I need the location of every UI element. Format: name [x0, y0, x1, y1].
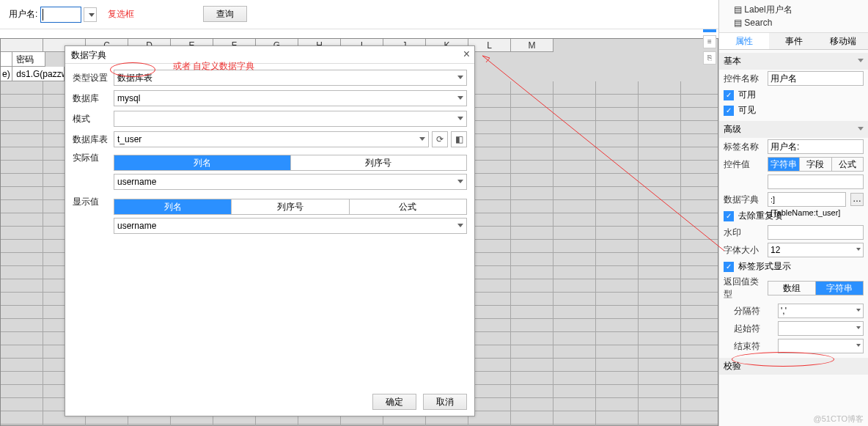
disp-label: 显示值: [73, 196, 114, 208]
checkbox-tagform[interactable]: ✓: [724, 262, 734, 272]
ret-label: 返回值类型: [724, 276, 763, 301]
visible-label: 可见: [738, 104, 756, 117]
ctrl-val-input[interactable]: [768, 175, 864, 189]
side-icon-4[interactable]: ⎘: [703, 51, 716, 65]
tree-item-search[interactable]: ▤ Search: [724, 16, 864, 29]
tag-name-label: 标签名称: [724, 141, 763, 153]
enable-label: 可用: [738, 89, 756, 101]
tab-events[interactable]: 事件: [769, 33, 819, 49]
db-select[interactable]: mysql: [114, 90, 467, 106]
dedup-label: 去除重复项: [738, 210, 782, 222]
tab-disp-colidx[interactable]: 列序号: [232, 199, 349, 214]
tag-name-input[interactable]: 用户名:: [768, 139, 864, 154]
real-value-select[interactable]: username: [114, 174, 467, 190]
seg-array[interactable]: 数组: [768, 282, 816, 295]
cell-r1c0: e): [1, 67, 12, 81]
tab-disp-formula[interactable]: 公式: [350, 199, 466, 214]
ctrl-name-label: 控件名称: [724, 73, 763, 85]
ctrl-name-input[interactable]: 用户名: [768, 71, 864, 86]
start-select[interactable]: [778, 321, 864, 336]
tagform-label: 标签形式显示: [738, 260, 791, 273]
query-button[interactable]: 查询: [203, 6, 247, 22]
tab-real-colidx[interactable]: 列序号: [291, 155, 467, 170]
mode-label: 模式: [73, 113, 114, 125]
username-input[interactable]: [40, 7, 81, 23]
tree-item-label[interactable]: ▤ Label用户名: [724, 3, 864, 16]
fontsize-label: 字体大小: [724, 244, 763, 257]
seg-string[interactable]: 字符串: [768, 158, 800, 171]
sep-select[interactable]: ',': [778, 304, 864, 318]
dict-browse-button[interactable]: …: [850, 193, 864, 206]
refresh-icon[interactable]: ⟳: [432, 131, 448, 147]
real-label: 实际值: [73, 152, 114, 164]
property-panel: ☐ ▾ ≡ ⎘ ▤ Label用户名 ▤ Search 属性 事件 移动端 基本…: [718, 0, 868, 426]
fontsize-select[interactable]: 12: [768, 243, 864, 257]
section-advanced[interactable]: 高级: [719, 121, 868, 138]
annotation-text: 或者 自定义数据字典: [173, 60, 254, 73]
tab-disp-colname[interactable]: 列名: [114, 199, 232, 214]
combo-dropdown[interactable]: [84, 7, 97, 22]
disp-value-select[interactable]: username: [114, 218, 467, 234]
close-icon[interactable]: ×: [463, 48, 470, 61]
side-icon-3[interactable]: ≡: [703, 35, 716, 48]
dict-input[interactable]: :][TableName:t_user]: [768, 192, 846, 207]
watermark-text: @51CTO博客: [814, 414, 864, 425]
type-label: 类型设置: [73, 72, 114, 84]
section-basic[interactable]: 基本: [719, 53, 868, 70]
tab-properties[interactable]: 属性: [719, 33, 769, 49]
type-select[interactable]: 数据库表: [114, 70, 467, 86]
seg-string2[interactable]: 字符串: [816, 282, 863, 295]
sep-label: 分隔符: [734, 305, 773, 317]
end-select[interactable]: [778, 339, 864, 353]
checkbox-dedup[interactable]: ✓: [724, 211, 734, 221]
checkbox-annot: 复选框: [108, 9, 134, 19]
col-header[interactable]: [1, 39, 43, 52]
db-label: 数据库: [73, 92, 114, 105]
cell-header-1: 密码: [15, 52, 45, 67]
dialog-title: 数据字典: [65, 46, 474, 64]
tab-mobile[interactable]: 移动端: [818, 33, 868, 49]
data-dict-dialog: 数据字典 × 类型设置 数据库表 数据库 mysql 模式 数据库表 t_use…: [65, 45, 475, 416]
cell-r1c1: ds1.G(pazzw: [15, 67, 65, 81]
mode-select[interactable]: [114, 111, 467, 127]
tab-real-colname[interactable]: 列名: [114, 155, 291, 170]
ok-button[interactable]: 确定: [372, 394, 416, 410]
section-valid[interactable]: 校验: [719, 358, 868, 375]
watermark-label: 水印: [724, 227, 763, 239]
seg-formula[interactable]: 公式: [832, 158, 863, 171]
watermark-input[interactable]: [768, 225, 864, 240]
seg-field[interactable]: 字段: [800, 158, 831, 171]
checkbox-enable[interactable]: ✓: [724, 90, 734, 100]
ctrl-val-label: 控件值: [724, 158, 763, 171]
start-label: 起始符: [734, 323, 773, 335]
table-select[interactable]: t_user: [114, 131, 429, 147]
preview-icon[interactable]: ◧: [451, 131, 467, 147]
username-label: 用户名:: [9, 8, 37, 21]
col-header[interactable]: M: [511, 39, 553, 52]
dict-label: 数据字典: [724, 194, 763, 206]
table-label: 数据库表: [73, 133, 114, 146]
cancel-button[interactable]: 取消: [423, 394, 467, 410]
end-label: 结束符: [734, 340, 773, 353]
checkbox-visible[interactable]: ✓: [724, 106, 734, 116]
